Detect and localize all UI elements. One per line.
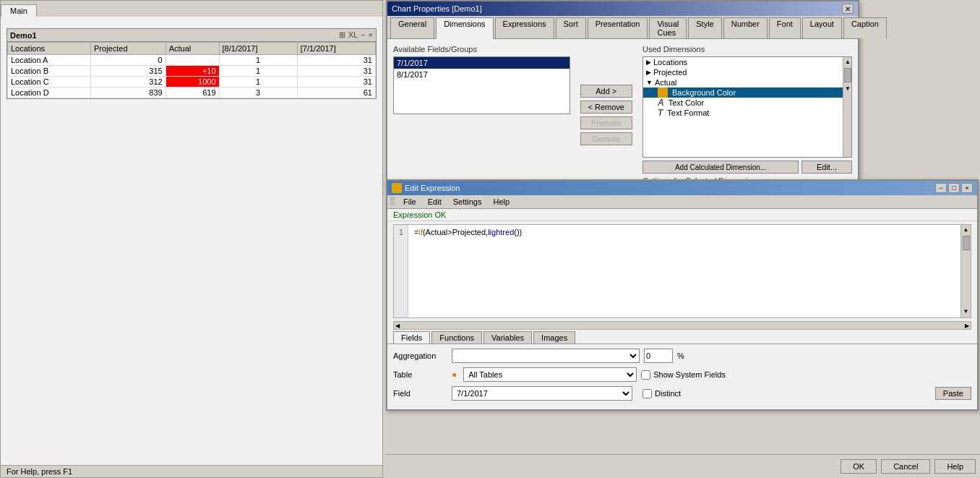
expr-tab-images[interactable]: Images	[533, 331, 575, 343]
aggregation-select[interactable]	[452, 349, 640, 363]
demo-minimize-icon[interactable]: −	[361, 30, 365, 40]
expand-projected-icon[interactable]: ▶	[646, 69, 651, 76]
menu-settings[interactable]: Settings	[447, 196, 488, 208]
field-row-form: Field 7/1/2017 Distinct Paste	[393, 386, 971, 401]
tab-general[interactable]: General	[390, 17, 434, 38]
add-calc-dim-button[interactable]: Add Calculated Dimension...	[642, 161, 799, 174]
expr-tab-functions[interactable]: Functions	[431, 331, 482, 343]
promote-button[interactable]: Promote	[580, 116, 632, 129]
editor-scroll-right-icon[interactable]: ▶	[963, 323, 971, 329]
chart-props-titlebar: Chart Properties [Demo1] ✕	[387, 1, 858, 16]
drag-handle[interactable]	[390, 197, 395, 206]
edit-expr-minimize-button[interactable]: −	[935, 183, 947, 193]
tab-caption[interactable]: Caption	[843, 17, 887, 38]
cell-d1-a: 1	[219, 55, 297, 66]
main-window: Main Demo1 ⊞ XL − × Locations Projected	[0, 0, 383, 478]
tab-presentation[interactable]: Presentation	[588, 17, 648, 38]
dim-actual[interactable]: ▼ Actual	[643, 77, 843, 88]
tab-expressions[interactable]: Expressions	[495, 17, 554, 38]
expand-actual-icon[interactable]: ▼	[646, 79, 653, 86]
calc-btn-row: Add Calculated Dimension... Edit...	[642, 161, 852, 174]
table-label: Table	[393, 370, 447, 379]
editor-scroll-thumb[interactable]	[963, 236, 970, 250]
field-select[interactable]: 7/1/2017	[452, 386, 632, 401]
expression-editor[interactable]: 1 =if(Actual>Projected,lightred()) ▲ ▼	[393, 224, 971, 318]
tab-number[interactable]: Number	[723, 17, 768, 38]
demo-panel: Demo1 ⊞ XL − × Locations Projected Actua…	[7, 28, 377, 99]
tab-sort[interactable]: Sort	[556, 17, 586, 38]
distinct-checkbox[interactable]	[642, 389, 652, 398]
edit-expr-titlebar: Edit Expression − □ ×	[387, 181, 977, 195]
scroll-thumb[interactable]	[844, 68, 851, 82]
code-actual: Actual	[426, 228, 448, 236]
menu-edit[interactable]: Edit	[422, 196, 447, 208]
edit-expr-close-button[interactable]: ×	[961, 183, 973, 193]
cancel-button[interactable]: Cancel	[881, 459, 930, 474]
dimensions-scrollbar[interactable]: ▲ ▼	[843, 57, 851, 157]
table-row[interactable]: Location C 312 1000 1 31	[8, 77, 376, 88]
edit-button[interactable]: Edit...	[801, 161, 852, 174]
scroll-down-icon[interactable]: ▼	[843, 84, 851, 93]
paste-button[interactable]: Paste	[935, 387, 971, 400]
add-button[interactable]: Add >	[580, 85, 632, 98]
dim-text-color[interactable]: A Text Color	[643, 98, 843, 108]
cell-proj-a: 0	[91, 55, 166, 66]
demo-titlebar: Demo1 ⊞ XL − ×	[7, 29, 376, 42]
main-tab[interactable]: Main	[1, 4, 37, 17]
tab-font[interactable]: Font	[769, 17, 801, 38]
menu-file[interactable]: File	[397, 196, 422, 208]
field-item[interactable]: 8/1/2017	[394, 69, 569, 80]
editor-scrollbar[interactable]: ▲ ▼	[960, 225, 971, 317]
scroll-up-icon[interactable]: ▲	[843, 57, 851, 67]
cell-actual-c: 1000	[166, 77, 219, 88]
remove-button[interactable]: < Remove	[580, 101, 632, 114]
editor-scroll-left-icon[interactable]: ◀	[394, 323, 401, 329]
help-button[interactable]: Help	[934, 459, 976, 474]
field-item-selected[interactable]: 7/1/2017	[394, 57, 569, 69]
dim-actual-label: Actual	[655, 78, 677, 87]
demo-xl-icon[interactable]: XL	[348, 30, 358, 40]
expr-tab-variables[interactable]: Variables	[483, 331, 532, 343]
demote-button[interactable]: Demote	[580, 132, 632, 145]
expand-locations-icon[interactable]: ▶	[646, 59, 651, 66]
table-select[interactable]: All Tables	[463, 367, 637, 382]
show-system-fields-label: Show System Fields	[653, 370, 726, 379]
cell-d1-b: 1	[219, 66, 297, 77]
cell-d2-b: 31	[297, 66, 375, 77]
cell-d1-d: 3	[219, 88, 297, 98]
fields-listbox[interactable]: 7/1/2017 8/1/2017	[393, 56, 570, 114]
status-text: For Help, press F1	[7, 467, 72, 476]
demo-expand-icon[interactable]: ⊞	[339, 30, 345, 40]
pct-symbol: %	[677, 351, 684, 360]
expr-fields-area: Aggregation % Table ● All Tables Show Sy…	[387, 344, 977, 409]
chart-props-close-button[interactable]: ✕	[842, 4, 854, 14]
edit-expr-title: Edit Expression	[405, 184, 460, 192]
dim-text-format[interactable]: T Text Format	[643, 108, 843, 118]
expr-bottom-tabs: Fields Functions Variables Images	[387, 331, 977, 344]
ok-button[interactable]: OK	[841, 459, 877, 474]
table-row[interactable]: Location B 315 +10 1 31	[8, 66, 376, 77]
editor-hscrollbar[interactable]: ◀ ▶	[393, 321, 971, 330]
tab-dimensions[interactable]: Dimensions	[436, 17, 493, 39]
edit-expr-restore-button[interactable]: □	[948, 183, 960, 193]
dim-projected[interactable]: ▶ Projected	[643, 67, 843, 77]
editor-scroll-up-icon[interactable]: ▲	[962, 225, 971, 234]
table-row[interactable]: Location A 0 9 1 31	[8, 55, 376, 66]
dim-bg-color[interactable]: Background Color	[643, 88, 843, 98]
table-row[interactable]: Location D 839 619 3 61	[8, 88, 376, 98]
editor-scroll-down-icon[interactable]: ▼	[962, 307, 971, 316]
tab-layout[interactable]: Layout	[802, 17, 842, 38]
expr-tab-fields[interactable]: Fields	[393, 331, 430, 343]
col-date1: [8/1/2017]	[219, 43, 297, 55]
code-content[interactable]: =if(Actual>Projected,lightred())	[408, 225, 960, 317]
show-system-fields-checkbox[interactable]	[641, 370, 650, 380]
tab-visual-cues[interactable]: Visual Cues	[649, 17, 687, 38]
menu-help[interactable]: Help	[487, 196, 515, 208]
field-label: Field	[393, 389, 447, 398]
aggregation-pct-input[interactable]	[644, 349, 673, 363]
available-fields-pane: Available Fields/Groups 7/1/2017 8/1/201…	[393, 45, 570, 185]
code-func-parens: ())	[514, 228, 522, 236]
dim-locations[interactable]: ▶ Locations	[643, 57, 843, 67]
tab-style[interactable]: Style	[688, 17, 721, 38]
demo-close-icon[interactable]: ×	[369, 30, 373, 40]
